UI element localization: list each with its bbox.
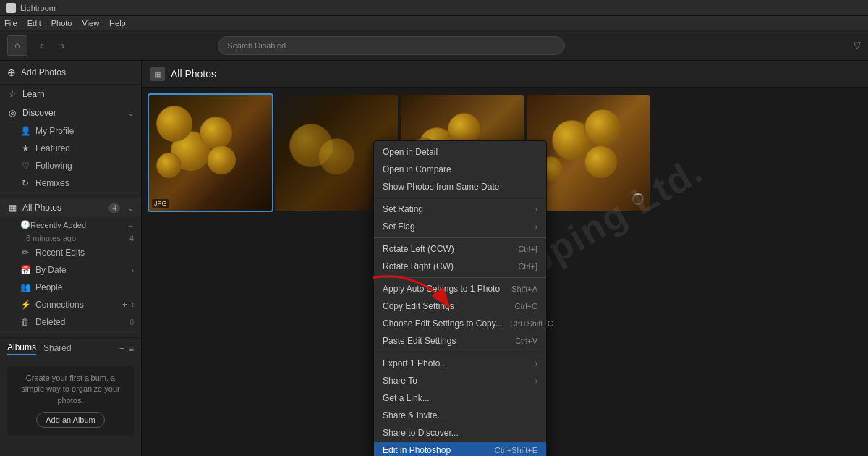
search-bar[interactable]: Search Disabled xyxy=(218,36,565,55)
tab-shared[interactable]: Shared xyxy=(43,343,72,355)
ctx-apply-auto[interactable]: Apply Auto Settings to 1 Photo Shift+A xyxy=(374,280,546,297)
tab-albums[interactable]: Albums xyxy=(7,342,36,355)
ctx-rotate-left[interactable]: Rotate Left (CCW) Ctrl+[ xyxy=(374,240,546,258)
sidebar-item-following[interactable]: ♡ Following xyxy=(0,157,141,174)
by-date-arrow-icon: ‹ xyxy=(132,266,134,274)
ctx-open-detail[interactable]: Open in Detail xyxy=(374,143,546,161)
menu-file[interactable]: File xyxy=(4,19,17,28)
ctx-set-flag-label: Set Flag xyxy=(383,221,415,232)
learn-icon: ☆ xyxy=(7,89,17,99)
add-album-button[interactable]: Add an Album xyxy=(36,412,105,428)
sidebar-item-connections[interactable]: ⚡ Connections + ‹ xyxy=(0,296,141,313)
ctx-rotate-right[interactable]: Rotate Right (CW) Ctrl+] xyxy=(374,258,546,275)
sidebar-item-featured[interactable]: ★ Featured xyxy=(0,140,141,157)
discover-icon: ◎ xyxy=(7,108,17,118)
people-icon: 👥 xyxy=(20,282,30,292)
home-button[interactable]: ⌂ xyxy=(7,35,27,56)
connections-actions: + ‹ xyxy=(122,300,134,310)
ctx-edit-photoshop[interactable]: Edit in Photoshop Ctrl+Shift+E xyxy=(374,442,546,456)
menu-help[interactable]: Help xyxy=(109,19,126,28)
featured-icon: ★ xyxy=(20,143,30,153)
main-layout: ⊕ Add Photos ☆ Learn ◎ Discover ⌄ 👤 My P… xyxy=(0,61,868,456)
following-label: Following xyxy=(35,161,72,171)
sidebar: ⊕ Add Photos ☆ Learn ◎ Discover ⌄ 👤 My P… xyxy=(0,61,142,456)
sidebar-item-my-profile[interactable]: 👤 My Profile xyxy=(0,122,141,140)
connections-expand-icon[interactable]: ‹ xyxy=(131,300,134,310)
people-label: People xyxy=(35,282,62,292)
sidebar-item-remixes[interactable]: ↻ Remixes xyxy=(0,174,141,192)
menu-photo[interactable]: Photo xyxy=(51,19,72,28)
ctx-set-flag-arrow: › xyxy=(535,223,537,231)
menu-bar: File Edit Photo View Help xyxy=(0,16,868,30)
featured-label: Featured xyxy=(35,143,70,153)
ctx-rotate-left-label: Rotate Left (CCW) xyxy=(383,244,454,254)
add-album-icon[interactable]: + xyxy=(119,344,124,354)
ctx-open-compare[interactable]: Open in Compare xyxy=(374,161,546,178)
ctx-show-same-date[interactable]: Show Photos from Same Date xyxy=(374,178,546,195)
photo-format-label: JPG xyxy=(152,199,169,208)
sidebar-item-people[interactable]: 👥 People xyxy=(0,279,141,296)
ctx-copy-edit-shortcut: Ctrl+C xyxy=(515,302,537,311)
clock-icon: 🕐 xyxy=(20,220,30,229)
discover-label: Discover xyxy=(22,108,56,118)
ctx-share-to-arrow: › xyxy=(535,377,537,385)
all-photos-section[interactable]: ▦ All Photos 4 ⌄ xyxy=(0,198,141,217)
sidebar-item-discover[interactable]: ◎ Discover ⌄ xyxy=(0,104,141,122)
ctx-apply-auto-shortcut: Shift+A xyxy=(511,284,537,293)
ctx-apply-auto-label: Apply Auto Settings to 1 Photo xyxy=(383,284,500,294)
ctx-choose-edit[interactable]: Choose Edit Settings to Copy... Ctrl+Shi… xyxy=(374,315,546,332)
ctx-paste-edit-shortcut: Ctrl+V xyxy=(515,337,537,345)
sidebar-divider-1 xyxy=(0,195,141,195)
ctx-export[interactable]: Export 1 Photo... › xyxy=(374,355,546,372)
recent-edits-label: Recent Edits xyxy=(35,248,85,258)
app-icon xyxy=(6,3,16,13)
ctx-share-discover[interactable]: Share to Discover... xyxy=(374,424,546,442)
ctx-share-invite[interactable]: Share & Invite... xyxy=(374,407,546,424)
ctx-copy-edit[interactable]: Copy Edit Settings Ctrl+C xyxy=(374,297,546,315)
sidebar-item-by-date[interactable]: 📅 By Date ‹ xyxy=(0,261,141,279)
ctx-paste-edit[interactable]: Paste Edit Settings Ctrl+V xyxy=(374,332,546,350)
content-header: ▦ All Photos xyxy=(142,61,868,88)
context-menu: Open in Detail Open in Compare Show Phot… xyxy=(373,140,547,456)
coin-4 xyxy=(156,153,182,178)
back-button[interactable]: ‹ xyxy=(33,38,49,54)
timestamp-count: 4 xyxy=(129,234,134,242)
recently-added-label: Recently Added xyxy=(30,221,86,229)
ctx-divider-1 xyxy=(374,198,546,198)
add-photos-button[interactable]: ⊕ Add Photos xyxy=(0,61,141,85)
ctx-export-label: Export 1 Photo... xyxy=(383,358,447,368)
by-date-label: By Date xyxy=(35,265,67,275)
filter-icon[interactable]: ▽ xyxy=(854,40,861,51)
all-photos-header-icon: ▦ xyxy=(150,67,165,81)
menu-edit[interactable]: Edit xyxy=(27,19,41,28)
ctx-edit-photoshop-label: Edit in Photoshop xyxy=(383,445,451,455)
ctx-share-invite-label: Share & Invite... xyxy=(383,410,444,421)
ctx-get-link[interactable]: Get a Link... xyxy=(374,389,546,407)
photo-thumb-1[interactable]: JPG xyxy=(149,95,272,211)
my-profile-label: My Profile xyxy=(35,126,74,136)
albums-actions: + ≡ xyxy=(119,344,134,354)
loading-spinner-4 xyxy=(632,193,644,205)
all-photos-icon: ▦ xyxy=(7,203,17,213)
discover-chevron-icon: ⌄ xyxy=(128,109,134,117)
ctx-divider-4 xyxy=(374,352,546,352)
coin-5 xyxy=(156,106,192,142)
sidebar-item-learn[interactable]: ☆ Learn xyxy=(0,85,141,104)
ctx-edit-photoshop-shortcut: Ctrl+Shift+E xyxy=(495,446,537,455)
ctx-share-to[interactable]: Share To › xyxy=(374,372,546,389)
recently-added-section[interactable]: 🕐 Recently Added ⌄ xyxy=(0,217,141,232)
forward-button[interactable]: › xyxy=(55,38,71,54)
ctx-set-flag[interactable]: Set Flag › xyxy=(374,218,546,235)
ctx-choose-edit-label: Choose Edit Settings to Copy... xyxy=(383,318,503,329)
ctx-paste-edit-label: Paste Edit Settings xyxy=(383,336,456,346)
ctx-divider-3 xyxy=(374,277,546,278)
albums-menu-icon[interactable]: ≡ xyxy=(129,344,134,354)
ctx-choose-edit-shortcut: Ctrl+Shift+C xyxy=(510,319,553,328)
ctx-set-rating[interactable]: Set Rating › xyxy=(374,200,546,218)
create-album-box: Create your first album, a simple way to… xyxy=(7,366,134,435)
add-connection-icon[interactable]: + xyxy=(122,300,127,310)
sidebar-item-recent-edits[interactable]: ✏ Recent Edits xyxy=(0,244,141,261)
sidebar-item-deleted[interactable]: 🗑 Deleted 0 xyxy=(0,313,141,331)
sidebar-divider-2 xyxy=(0,334,141,334)
menu-view[interactable]: View xyxy=(82,19,99,28)
